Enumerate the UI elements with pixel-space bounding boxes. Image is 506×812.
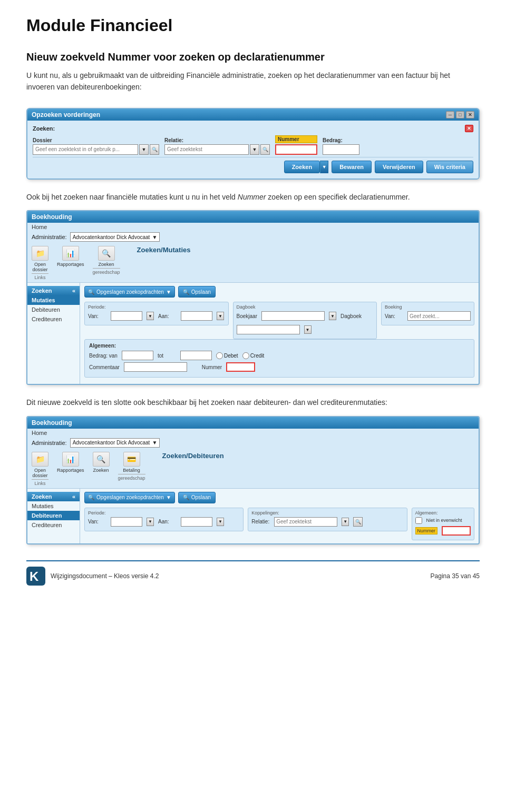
- toolbar-row2-2: 🔍 Opgeslagen zoekopdrachten ▼ 🔍 Opslaan: [84, 492, 474, 503]
- nummer-input-1[interactable]: 0: [226, 362, 255, 372]
- boeking-menu-2[interactable]: Home: [27, 429, 479, 437]
- zoeken-icon[interactable]: 🔍: [98, 246, 115, 261]
- sidebar-item-crediteuren-1[interactable]: Crediteuren: [27, 314, 80, 324]
- footer-text: Wijzigingsdocument – Kleos versie 4.2: [51, 572, 159, 580]
- credit-radio[interactable]: [242, 352, 249, 359]
- bedrag-input[interactable]: 500,00: [323, 144, 359, 155]
- open-dossier-icon-2[interactable]: 📁: [32, 452, 48, 467]
- admin-dropdown-2[interactable]: Advocatenkantoor Dick Advocaat ▼: [70, 438, 160, 448]
- section-para1: U kunt nu, als u gebruikmaakt van de uit…: [26, 70, 480, 93]
- relatie-input-2[interactable]: [274, 517, 337, 527]
- sidebar-item-mutaties-1[interactable]: Mutaties: [27, 295, 80, 305]
- save-icon: 🔍: [183, 289, 189, 295]
- boekjaar-input[interactable]: Alle: [261, 311, 325, 321]
- dagboeken-form-row: Boekjaar Alle ▼ Dagboek Alle ▼: [237, 311, 374, 334]
- sidebar-item-debiteuren-1[interactable]: Debiteuren: [27, 305, 80, 314]
- betaling-icon[interactable]: 💳: [123, 452, 140, 467]
- rapportages-icon-2[interactable]: 📊: [62, 452, 79, 467]
- dossier-search-btn[interactable]: 🔍: [150, 144, 159, 155]
- admin-dropdown-1[interactable]: Advocatenkantoor Dick Advocaat ▼: [70, 232, 160, 242]
- bedrag-van-input[interactable]: 0,00: [122, 351, 153, 360]
- dossier-label: Dossier: [33, 137, 159, 143]
- dialog-body: Zoeken: ✕ Dossier ▼ 🔍 Relatie: ▼ 🔍: [27, 121, 479, 179]
- nummer-input[interactable]: 0: [275, 144, 317, 155]
- dossier-dropdown-btn[interactable]: ▼: [139, 144, 149, 155]
- boeking-menu-1[interactable]: Home: [27, 223, 479, 231]
- search-fields-row: Dossier ▼ 🔍 Relatie: ▼ 🔍 Nummer 0: [33, 135, 473, 155]
- bedrag-tot-input[interactable]: 0,00: [180, 351, 212, 360]
- rapportages-label: Rapportages: [57, 262, 84, 267]
- close-button[interactable]: ✕: [466, 111, 474, 118]
- relatie-search-btn-2[interactable]: 🔍: [353, 517, 363, 527]
- commentaar-nummer-row: Commentaar Nummer 0: [89, 362, 470, 372]
- sidebar-item-debiteuren-2[interactable]: Debiteuren: [27, 511, 80, 520]
- verwijderen-button[interactable]: Verwijderen: [375, 161, 423, 173]
- dagboek-dropdown[interactable]: ▼: [304, 325, 312, 334]
- relatie-search-btn[interactable]: 🔍: [260, 144, 270, 155]
- periode-van-input-2[interactable]: [111, 517, 142, 527]
- zoeken-dropdown-btn[interactable]: ▼: [320, 161, 328, 173]
- maximize-button[interactable]: □: [456, 111, 464, 118]
- main-content-1: 🔍 Opgeslagen zoekopdrachten ▼ 🔍 Opslaan …: [80, 283, 479, 384]
- boeking-van-input[interactable]: [407, 311, 471, 321]
- rapportages-icon[interactable]: 📊: [62, 246, 79, 261]
- footer-page: Pagina 35 van 45: [431, 572, 480, 580]
- periode-aan-dropdown[interactable]: ▼: [217, 312, 224, 320]
- saved-searches-btn-2[interactable]: 🔍 Opgeslagen zoekopdrachten ▼: [84, 492, 175, 503]
- para-between-1: Ook bij het zoeken naar financiële mutat…: [26, 191, 480, 203]
- toolbar-group-zoeken: 🔍 Zoeken gereedschap: [93, 246, 120, 275]
- zoeken-button[interactable]: Zoeken: [284, 161, 320, 173]
- periode-van-dropdown-2[interactable]: ▼: [147, 518, 154, 526]
- zoeken-btn-group: Zoeken ▼: [284, 161, 329, 173]
- dagboek-input[interactable]: Alle: [237, 325, 300, 334]
- minimize-button[interactable]: ─: [446, 111, 454, 118]
- open-dossier-icon[interactable]: 📁: [32, 246, 48, 261]
- save-btn-1[interactable]: 🔍 Opslaan: [178, 286, 216, 298]
- zoeken-icon-2[interactable]: 🔍: [93, 452, 110, 467]
- periode-aan-input[interactable]: [181, 311, 212, 321]
- periode-van-dropdown[interactable]: ▼: [147, 312, 154, 320]
- debet-radio[interactable]: [216, 352, 223, 359]
- admin-label-2: Administratie:: [32, 440, 67, 446]
- relatie-dropdown-btn[interactable]: ▼: [250, 144, 259, 155]
- kleos-logo: K: [26, 567, 45, 586]
- nummer-input-2[interactable]: 0: [442, 526, 471, 536]
- periode-form-row-2: Van: ▼ Aan: ▼: [88, 517, 240, 527]
- boekhouding-window-2: Boekhouding Home Administratie: Advocate…: [26, 416, 480, 544]
- period-section-1: Periode: Van: ▼ Aan: ▼ Dagboek Boekjaar …: [84, 302, 474, 339]
- boekjaar-dropdown[interactable]: ▼: [329, 312, 336, 320]
- zoeken-label: Zoeken:: [33, 125, 55, 132]
- inner-close-button[interactable]: ✕: [465, 125, 473, 132]
- wis-criteria-button[interactable]: Wis criteria: [426, 161, 473, 173]
- toolbar2-betaling: 💳 Betaling gereedschap: [118, 452, 145, 481]
- admin-label-1: Administratie:: [32, 234, 67, 240]
- niet-evenwicht-checkbox[interactable]: [415, 517, 422, 524]
- dossier-input[interactable]: [33, 144, 138, 155]
- periode-aan-dropdown-2[interactable]: ▼: [217, 518, 224, 526]
- relatie-input[interactable]: [164, 144, 249, 155]
- periode-form-row: Van: ▼ Aan: ▼: [88, 311, 225, 321]
- saved-searches-btn-1[interactable]: 🔍 Opgeslagen zoekopdrachten ▼: [84, 286, 175, 298]
- save-icon-2: 🔍: [183, 494, 189, 500]
- titlebar-buttons: ─ □ ✕: [446, 111, 474, 118]
- sidebar-item-mutaties-2[interactable]: Mutaties: [27, 501, 80, 511]
- save-btn-2[interactable]: 🔍 Opslaan: [178, 492, 216, 503]
- main-content-2: 🔍 Opgeslagen zoekopdrachten ▼ 🔍 Opslaan …: [80, 489, 479, 543]
- boeking-admin-row-1: Administratie: Advocatenkantoor Dick Adv…: [27, 231, 479, 244]
- dagboeken-box-1: Dagboek Boekjaar Alle ▼ Dagboek Alle ▼: [233, 302, 377, 339]
- dossier-input-group: ▼ 🔍: [33, 144, 159, 155]
- bewaren-button[interactable]: Bewaren: [332, 161, 372, 173]
- algemeen-box-1: Algemeen: Bedrag: van 0,00 tot 0,00 Debe…: [84, 339, 474, 378]
- relatie-dropdown-2[interactable]: ▼: [342, 518, 349, 526]
- commentaar-input[interactable]: [124, 362, 187, 372]
- debet-credit-group: Debet Credit: [216, 352, 264, 359]
- zoeken-label-tb: Zoeken: [99, 262, 114, 267]
- boeking-box-1: Boeking Van:: [381, 302, 474, 325]
- opzoeken-vorderingen-dialog: Opzoeken vorderingen ─ □ ✕ Zoeken: ✕ Dos…: [26, 108, 480, 180]
- koppelingen-box: Koppelingen: Relatie: ▼ 🔍: [248, 508, 407, 531]
- periode-van-input[interactable]: [111, 311, 142, 321]
- search-btn-row: Zoeken ▼ Bewaren Verwijderen Wis criteri…: [33, 161, 473, 173]
- sidebar-item-crediteuren-2[interactable]: Crediteuren: [27, 520, 80, 530]
- algemeen-form-row: Niet in evenwicht: [415, 517, 471, 524]
- periode-aan-input-2[interactable]: [181, 517, 212, 527]
